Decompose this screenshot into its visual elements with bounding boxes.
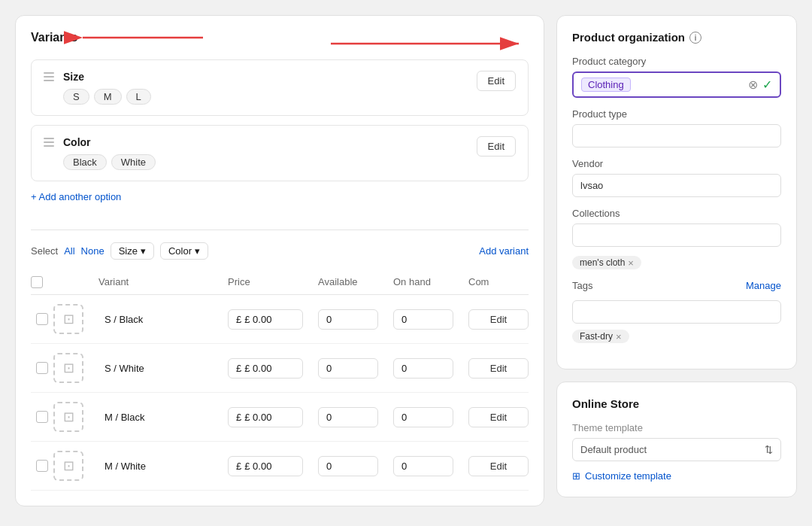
collections-label: Collections — [572, 208, 781, 219]
row-edit-button[interactable]: Edit — [468, 407, 529, 427]
table-row: ⊡ S / Black ££ 0.00 0 0 Edit — [31, 295, 529, 344]
color-dropdown[interactable]: Color ▾ — [160, 242, 208, 260]
on-hand-input[interactable]: 0 — [393, 358, 453, 379]
on-hand-input[interactable]: 0 — [393, 309, 453, 330]
product-type-field: Product type — [572, 108, 781, 147]
customize-template-link[interactable]: ⊞ Customize template — [572, 470, 781, 482]
table-row: ⊡ M / Black ££ 0.00 0 0 Edit — [31, 393, 529, 442]
size-label: Size — [63, 71, 468, 83]
color-edit-button[interactable]: Edit — [477, 136, 516, 157]
header-variant: Variant — [98, 276, 228, 288]
section-divider — [31, 230, 529, 230]
size-tags: S M L — [63, 89, 468, 105]
collections-field: Collections men's cloth × — [572, 208, 781, 269]
variant-thumb: ⊡ — [53, 451, 83, 481]
theme-template-select[interactable]: Default product ⇅ — [572, 438, 781, 461]
price-input[interactable]: ££ 0.00 — [228, 456, 303, 476]
row-edit-button[interactable]: Edit — [468, 309, 529, 330]
variant-thumb: ⊡ — [53, 304, 83, 334]
tags-field-header: Tags Manage — [572, 280, 781, 291]
product-category-field: Product category Clothing ⊗ ✓ — [572, 56, 781, 98]
available-input[interactable]: 0 — [318, 309, 378, 330]
product-type-input[interactable] — [572, 124, 781, 147]
header-thumb — [53, 276, 98, 288]
row-checkbox[interactable] — [36, 460, 48, 472]
color-option-group: Color Black White Edit — [31, 125, 529, 181]
tags-field: Tags Manage Fast-dry × — [572, 280, 781, 343]
on-hand-input[interactable]: 0 — [393, 407, 453, 427]
variant-thumb: ⊡ — [53, 353, 83, 383]
manage-tags-link[interactable]: Manage — [746, 280, 781, 291]
select-bar: Select All None Size ▾ Color ▾ Add varia… — [31, 242, 529, 260]
size-edit-button[interactable]: Edit — [477, 71, 516, 91]
vendor-label: Vendor — [572, 158, 781, 169]
row-checkbox[interactable] — [36, 313, 48, 325]
collections-tags: men's cloth × — [572, 256, 781, 269]
collections-input[interactable] — [572, 223, 781, 247]
customize-icon: ⊞ — [572, 470, 580, 482]
select-none-link[interactable]: None — [81, 245, 105, 257]
collection-chip: men's cloth × — [572, 256, 641, 269]
tag-chip: Fast-dry × — [572, 330, 629, 343]
table-header: Variant Price Available On hand Com — [31, 270, 529, 295]
header-checkbox-cell — [31, 276, 53, 288]
color-option-content: Color Black White — [63, 136, 468, 170]
price-input[interactable]: ££ 0.00 — [228, 358, 303, 379]
add-option-link[interactable]: + Add another option — [31, 191, 121, 202]
row-checkbox[interactable] — [36, 411, 48, 423]
product-category-label: Product category — [572, 56, 781, 67]
right-panel: Product organization i Product category … — [556, 15, 797, 506]
size-option-content: Size S M L — [63, 71, 468, 105]
header-checkbox[interactable] — [31, 276, 43, 288]
color-tag-black: Black — [63, 154, 107, 170]
row-edit-button[interactable]: Edit — [468, 358, 529, 379]
available-input[interactable]: 0 — [318, 358, 378, 379]
tags-label: Tags — [572, 280, 592, 291]
on-hand-input[interactable]: 0 — [393, 456, 453, 476]
variant-name: S / Black — [98, 314, 228, 325]
variant-name: M / Black — [98, 412, 228, 423]
online-store-card: Online Store Theme template Default prod… — [556, 382, 797, 497]
product-org-card: Product organization i Product category … — [556, 15, 797, 369]
category-confirm-icon[interactable]: ✓ — [762, 79, 772, 91]
category-tag: Clothing — [581, 78, 631, 92]
select-label: Select — [31, 245, 58, 257]
available-input[interactable]: 0 — [318, 456, 378, 476]
header-on-hand: On hand — [393, 276, 468, 288]
size-option-group: Size S M L Edit — [31, 59, 529, 116]
table-row: ⊡ S / White ££ 0.00 0 0 Edit — [31, 344, 529, 393]
vendor-field: Vendor — [572, 158, 781, 197]
tags-input[interactable] — [572, 300, 781, 324]
available-input[interactable]: 0 — [318, 407, 378, 427]
variants-panel: Variants Size S M L Edit — [15, 15, 544, 506]
row-checkbox[interactable] — [36, 362, 48, 374]
header-price: Price — [228, 276, 318, 288]
price-input[interactable]: ££ 0.00 — [228, 407, 303, 427]
tag-chip-remove[interactable]: × — [616, 332, 622, 342]
add-variant-button[interactable]: Add variant — [479, 245, 529, 257]
info-icon[interactable]: i — [689, 32, 701, 44]
select-all-link[interactable]: All — [64, 245, 74, 257]
variant-name: M / White — [98, 461, 228, 472]
theme-template-label: Theme template — [572, 422, 781, 433]
category-actions: ⊗ ✓ — [748, 79, 772, 91]
vendor-input[interactable] — [572, 174, 781, 197]
tags-chips: Fast-dry × — [572, 330, 781, 343]
theme-chevron-icon: ⇅ — [765, 444, 773, 455]
category-clear-icon[interactable]: ⊗ — [748, 79, 758, 91]
row-checkbox-cell — [31, 460, 53, 472]
color-tag-white: White — [111, 154, 156, 170]
size-drag-handle[interactable] — [44, 72, 54, 81]
color-drag-handle[interactable] — [44, 138, 54, 147]
variant-thumb: ⊡ — [53, 402, 83, 432]
collection-chip-remove[interactable]: × — [628, 258, 634, 268]
size-tag-s: S — [63, 89, 89, 105]
row-edit-button[interactable]: Edit — [468, 456, 529, 476]
size-dropdown[interactable]: Size ▾ — [111, 242, 154, 260]
product-org-title: Product organization i — [572, 31, 781, 44]
header-com: Com — [468, 276, 529, 288]
variants-title: Variants — [31, 31, 529, 44]
size-tag-l: L — [126, 89, 151, 105]
category-input[interactable]: Clothing ⊗ ✓ — [572, 71, 781, 98]
price-input[interactable]: ££ 0.00 — [228, 309, 303, 330]
